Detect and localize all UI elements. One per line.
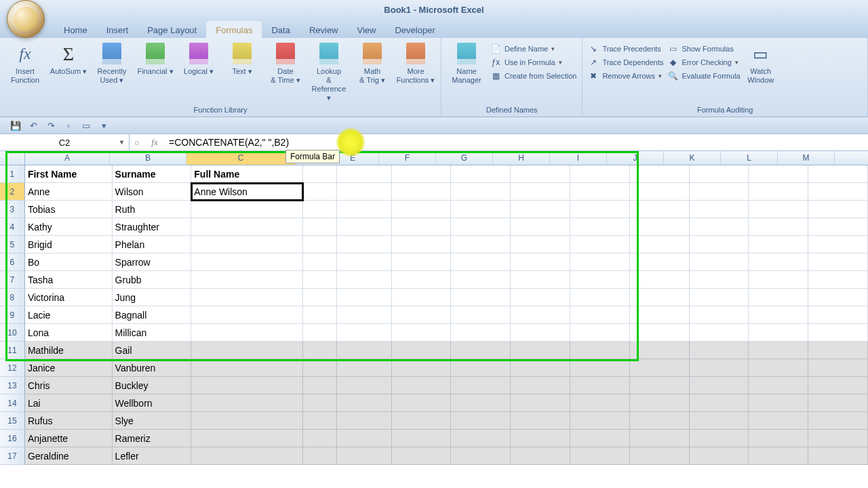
row-header-12[interactable]: 12 [0, 359, 25, 377]
cell-J13[interactable] [630, 377, 690, 394]
cell-C3[interactable] [191, 201, 303, 218]
cell-I8[interactable] [570, 289, 630, 306]
show-formulas-button[interactable]: ▭Show Formulas [667, 43, 740, 54]
cell-M10[interactable] [808, 324, 868, 342]
cell-B5[interactable]: Phelan [113, 236, 192, 253]
cell-L15[interactable] [749, 412, 808, 430]
row-header-3[interactable]: 3 [0, 201, 25, 218]
cell-L12[interactable] [749, 359, 808, 377]
row-header-9[interactable]: 9 [0, 306, 25, 324]
cell-K2[interactable] [690, 183, 749, 201]
cell-E4[interactable] [337, 218, 392, 236]
cell-E13[interactable] [337, 377, 392, 394]
cell-C10[interactable] [191, 324, 303, 342]
cell-E14[interactable] [337, 394, 392, 412]
cell-K10[interactable] [690, 324, 749, 342]
cell-L7[interactable] [749, 271, 808, 289]
cell-H14[interactable] [511, 394, 570, 412]
cell-K1[interactable] [690, 165, 749, 183]
cell-B4[interactable]: Straughter [113, 218, 192, 236]
cell-J6[interactable] [630, 253, 690, 271]
date-time-button[interactable]: Date& Time ▾ [266, 42, 305, 85]
cell-K7[interactable] [690, 271, 749, 289]
tab-home[interactable]: Home [54, 21, 97, 38]
new-button[interactable]: ▫ [62, 119, 75, 131]
cell-M16[interactable] [808, 430, 868, 447]
cancel-formula-icon[interactable]: ○ [130, 138, 144, 148]
use-in-formula-button[interactable]: ƒxUse in Formula [490, 57, 576, 68]
cell-H11[interactable] [511, 342, 570, 359]
cell-J1[interactable] [630, 165, 690, 183]
cell-L2[interactable] [749, 183, 808, 201]
cell-I12[interactable] [570, 359, 630, 377]
cell-H5[interactable] [511, 236, 570, 253]
cell-D15[interactable] [303, 412, 337, 430]
cell-E9[interactable] [337, 306, 392, 324]
cell-C15[interactable] [191, 412, 303, 430]
cell-C11[interactable] [191, 342, 303, 359]
create-from-selection-button[interactable]: ▦Create from Selection [490, 70, 576, 81]
row-header-16[interactable]: 16 [0, 430, 25, 447]
financial-button[interactable]: Financial ▾ [136, 42, 175, 76]
tab-data[interactable]: Data [262, 21, 299, 38]
cell-F2[interactable] [392, 183, 452, 201]
cell-M7[interactable] [808, 271, 868, 289]
cell-L11[interactable] [749, 342, 808, 359]
cell-E6[interactable] [337, 253, 392, 271]
cell-M5[interactable] [808, 236, 868, 253]
tab-review[interactable]: Review [300, 21, 348, 38]
evaluate-formula-button[interactable]: 🔍Evaluate Formula [667, 70, 740, 81]
watch-window-button[interactable]: ▭ Watch Window [745, 42, 777, 85]
cell-I13[interactable] [570, 377, 630, 394]
remove-arrows-button[interactable]: ✖Remove Arrows [588, 70, 663, 81]
cell-I9[interactable] [570, 306, 630, 324]
cell-F10[interactable] [392, 324, 452, 342]
recently-used-button[interactable]: RecentlyUsed ▾ [92, 42, 132, 85]
cell-B13[interactable]: Buckley [113, 377, 192, 394]
cell-C1[interactable]: Full Name [191, 165, 303, 183]
cell-I7[interactable] [570, 271, 630, 289]
error-checking-button[interactable]: ◆Error Checking [667, 57, 740, 68]
cell-F16[interactable] [392, 430, 452, 447]
cell-F8[interactable] [392, 289, 452, 306]
autosum-button[interactable]: ΣAutoSum ▾ [49, 42, 88, 76]
cell-E17[interactable] [337, 447, 392, 465]
cell-G16[interactable] [451, 430, 511, 447]
cell-H10[interactable] [511, 324, 570, 342]
cell-G1[interactable] [451, 165, 511, 183]
cell-B12[interactable]: Vanburen [113, 359, 192, 377]
cell-H15[interactable] [511, 412, 570, 430]
cell-K12[interactable] [690, 359, 749, 377]
cell-M17[interactable] [808, 447, 868, 465]
row-header-14[interactable]: 14 [0, 394, 25, 412]
col-header-C[interactable]: C [186, 151, 296, 165]
row-header-10[interactable]: 10 [0, 324, 25, 342]
cell-K13[interactable] [690, 377, 749, 394]
row-header-5[interactable]: 5 [0, 236, 25, 253]
cell-D4[interactable] [303, 218, 337, 236]
cell-I5[interactable] [570, 236, 630, 253]
cell-E5[interactable] [337, 236, 392, 253]
cell-C14[interactable] [191, 394, 303, 412]
cell-F12[interactable] [392, 359, 452, 377]
cell-A8[interactable]: Victorina [25, 289, 113, 306]
cell-J3[interactable] [630, 201, 690, 218]
cell-D7[interactable] [303, 271, 337, 289]
save-button[interactable]: 💾 [9, 119, 22, 131]
cell-F4[interactable] [392, 218, 452, 236]
select-all-corner[interactable] [0, 151, 25, 165]
cell-J5[interactable] [630, 236, 690, 253]
cell-F6[interactable] [392, 253, 452, 271]
cell-M8[interactable] [808, 289, 868, 306]
name-manager-button[interactable]: Name Manager [447, 42, 486, 85]
cell-A5[interactable]: Brigid [25, 236, 113, 253]
cell-H1[interactable] [511, 165, 570, 183]
cell-B15[interactable]: Slye [113, 412, 192, 430]
cell-H3[interactable] [511, 201, 570, 218]
cell-H16[interactable] [511, 430, 570, 447]
cell-B14[interactable]: Wellborn [113, 394, 192, 412]
cell-D10[interactable] [303, 324, 337, 342]
cell-L17[interactable] [749, 447, 808, 465]
cell-I14[interactable] [570, 394, 630, 412]
cell-F15[interactable] [392, 412, 452, 430]
